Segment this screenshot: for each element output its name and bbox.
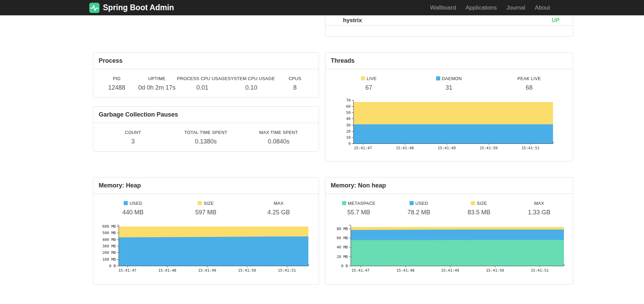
memory-nonheap-chart: 0 B20 MB40 MB60 MB80 MB15:41:4715:41:481…: [325, 222, 573, 284]
legend-entry: METASPACE: [329, 201, 389, 206]
application-status-panel: hystrix UP: [325, 15, 573, 37]
legend-entry: SIZE: [169, 201, 242, 206]
stat-value: 83.5 MB: [449, 209, 509, 216]
svg-text:15:41:51: 15:41:51: [278, 268, 296, 273]
stat-label: PROCESS CPU USAGE: [177, 76, 228, 81]
stat-gc-count: COUNT 3: [97, 130, 170, 145]
stat-process-cpu-usage: PROCESS CPU USAGE 0.01: [177, 76, 228, 91]
memory-nonheap-panel: Memory: Non heap METASPACE 55.7 MB USED …: [325, 177, 573, 285]
navbar: Spring Boot Admin Wallboard Applications…: [0, 0, 644, 15]
stat-pid: PID 12488: [97, 76, 137, 91]
memory-heap-panel-heading: Memory: Heap: [93, 178, 319, 194]
svg-text:15:41:49: 15:41:49: [198, 268, 216, 273]
svg-text:20 MB: 20 MB: [336, 255, 348, 259]
stat-cpus: CPUS 8: [275, 76, 315, 91]
legend-swatch-used: [410, 201, 414, 205]
gc-stats: COUNT 3 TOTAL TIME SPENT 0.1380s MAX TIM…: [93, 123, 319, 151]
panel-title: Garbage Collection Pauses: [99, 111, 178, 118]
panel-title: Process: [99, 57, 123, 64]
svg-text:15:41:50: 15:41:50: [479, 146, 497, 150]
svg-text:300 MB: 300 MB: [102, 244, 116, 248]
svg-text:15:41:48: 15:41:48: [158, 268, 176, 273]
stat-value: 0.0840s: [242, 138, 315, 145]
svg-text:400 MB: 400 MB: [102, 238, 116, 242]
stat-value: 78.2 MB: [389, 209, 449, 216]
svg-text:40 MB: 40 MB: [336, 245, 348, 249]
left-column: Process PID 12488 UPTIME 0d 0h 2m 17s PR…: [93, 52, 319, 162]
stat-value: 440 MB: [97, 209, 170, 216]
threads-panel-heading: Threads: [325, 53, 573, 69]
application-status-badge: UP: [552, 17, 559, 24]
svg-text:15:41:47: 15:41:47: [354, 146, 372, 150]
memory-heap-legend: USED 440 MB SIZE 597 MB MAX 4.25 GB: [93, 194, 319, 222]
stat-value: 12488: [97, 84, 137, 91]
nav-item-about[interactable]: About: [530, 4, 555, 11]
nav-links: Wallboard Applications Journal About: [425, 0, 555, 15]
nav-item-journal[interactable]: Journal: [502, 4, 530, 11]
process-panel-heading: Process: [93, 53, 319, 69]
stat-threads-peak-live: PEAK LIVE 68: [489, 76, 569, 91]
stat-value: 1.33 GB: [509, 209, 569, 216]
svg-text:15:41:47: 15:41:47: [118, 268, 136, 273]
legend-swatch-metaspace: [342, 201, 346, 205]
threads-panel: Threads LIVE 67 DAEMON 31 PEAK LIVE 68 0…: [325, 52, 573, 162]
svg-text:50: 50: [346, 110, 350, 115]
svg-text:0 B: 0 B: [109, 264, 116, 268]
threads-legend: LIVE 67 DAEMON 31 PEAK LIVE 68: [325, 69, 573, 97]
app-logo-icon: [89, 3, 99, 13]
svg-text:80 MB: 80 MB: [336, 227, 348, 231]
stat-value: 8: [275, 84, 315, 91]
stat-system-cpu-usage: SYSTEM CPU USAGE 0.10: [228, 76, 275, 91]
svg-text:15:41:51: 15:41:51: [521, 146, 539, 150]
stat-value: 67: [329, 84, 409, 91]
stat-threads-daemon: DAEMON 31: [409, 76, 489, 91]
process-stats: PID 12488 UPTIME 0d 0h 2m 17s PROCESS CP…: [93, 69, 319, 97]
stat-label: PEAK LIVE: [489, 76, 569, 81]
stat-nonheap-size: SIZE 83.5 MB: [449, 201, 509, 216]
stat-label: UPTIME: [137, 76, 177, 81]
svg-text:70: 70: [346, 98, 350, 103]
legend-entry: DAEMON: [409, 76, 489, 81]
stat-heap-max: MAX 4.25 GB: [242, 201, 315, 216]
panel-title: Threads: [331, 57, 355, 64]
legend-swatch-size: [198, 201, 202, 205]
svg-text:15:41:51: 15:41:51: [531, 268, 549, 273]
stat-label: USED: [415, 201, 428, 206]
stat-label: METASPACE: [348, 201, 375, 206]
legend-entry: LIVE: [329, 76, 409, 81]
stat-label: COUNT: [97, 130, 170, 135]
stat-label: LIVE: [367, 76, 377, 81]
svg-text:15:41:50: 15:41:50: [238, 268, 256, 273]
application-row[interactable]: hystrix UP: [325, 15, 573, 26]
legend-swatch-used: [124, 201, 128, 205]
application-name[interactable]: hystrix: [343, 17, 362, 24]
svg-text:20: 20: [346, 129, 350, 134]
stat-value: 3: [97, 138, 170, 145]
legend-swatch-size: [471, 201, 475, 205]
svg-text:30: 30: [346, 123, 350, 127]
stat-label: TOTAL TIME SPENT: [169, 130, 242, 135]
stat-nonheap-metaspace: METASPACE 55.7 MB: [329, 201, 389, 216]
nav-item-wallboard[interactable]: Wallboard: [425, 4, 461, 11]
gc-panel: Garbage Collection Pauses COUNT 3 TOTAL …: [93, 106, 319, 152]
memory-nonheap-panel-heading: Memory: Non heap: [325, 178, 573, 194]
stat-value: 4.25 GB: [242, 209, 315, 216]
stat-nonheap-max: MAX 1.33 GB: [509, 201, 569, 216]
svg-text:15:41:47: 15:41:47: [351, 268, 369, 273]
brand[interactable]: Spring Boot Admin: [89, 3, 174, 13]
stat-gc-max-time: MAX TIME SPENT 0.0840s: [242, 130, 315, 145]
stat-value: 68: [489, 84, 569, 91]
svg-text:0: 0: [348, 141, 351, 146]
legend-swatch-live: [361, 76, 365, 80]
stat-heap-size: SIZE 597 MB: [169, 201, 242, 216]
stat-value: 0.10: [228, 84, 275, 91]
stat-value: 55.7 MB: [329, 209, 389, 216]
nav-item-applications[interactable]: Applications: [461, 4, 502, 11]
stat-label: CPUS: [275, 76, 315, 81]
svg-text:40: 40: [346, 117, 350, 121]
stat-heap-used: USED 440 MB: [97, 201, 170, 216]
svg-text:15:41:49: 15:41:49: [441, 268, 459, 273]
stat-label: MAX TIME SPENT: [242, 130, 315, 135]
legend-entry: USED: [389, 201, 449, 206]
stat-value: 31: [409, 84, 489, 91]
